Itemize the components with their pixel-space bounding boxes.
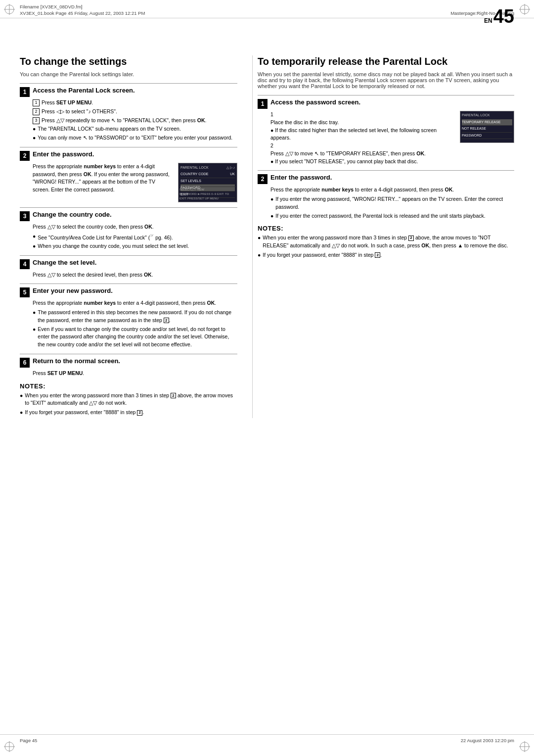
page-container: Filename [XV3EX_08DVD.fm] XV3EX_01.book … bbox=[0, 0, 534, 756]
left-section-subtitle: You can change the Parental lock setting… bbox=[20, 71, 237, 77]
right-step-1-header: 1 Access the password screen. bbox=[258, 98, 514, 109]
right-notes-block: NOTES: ● When you enter the wrong passwo… bbox=[258, 225, 514, 259]
step-1-header: 1 Access the Parental Lock screen. bbox=[20, 87, 237, 97]
right-step-2-number: 2 bbox=[258, 174, 267, 184]
step-1-block: 1 Access the Parental Lock screen. 1 Pre… bbox=[20, 83, 237, 142]
header-left: Filename [XV3EX_08DVD.fm] XV3EX_01.book … bbox=[20, 4, 145, 16]
step-1-title: Access the Parental Lock screen. bbox=[33, 87, 135, 94]
right-step-1-block: 1 Access the password screen. 1 Place th… bbox=[258, 95, 514, 165]
step-1-bullet-2: ● You can only move ↖ to "PASSWORD" or t… bbox=[33, 134, 237, 142]
step-3-number: 3 bbox=[20, 211, 30, 221]
step-2-block: 2 Enter the password. Press the appropri… bbox=[20, 147, 237, 202]
reg-mark-tl bbox=[4, 4, 15, 15]
step-6-title: Return to the normal screen. bbox=[33, 357, 120, 365]
step-2-text: Press the appropriate number keys to ent… bbox=[33, 163, 173, 202]
left-note-1: ● When you enter the wrong password more… bbox=[20, 392, 237, 408]
step-1-bullet-1: ● The "PARENTAL LOCK" sub-menu appears o… bbox=[33, 125, 237, 133]
right-note-1: ● When you enter the wrong password more… bbox=[258, 234, 514, 250]
right-notes-content: ● When you enter the wrong password more… bbox=[258, 234, 514, 259]
right-step-2-block: 2 Enter the password. Press the appropri… bbox=[258, 170, 514, 220]
right-step-2-bullet-1: ● If you enter the wrong password, "WRON… bbox=[270, 195, 514, 211]
left-column: To change the settings You can change th… bbox=[20, 55, 237, 418]
book-info-label: XV3EX_01.book Page 45 Friday, August 22,… bbox=[20, 10, 145, 16]
right-section-title: To temporarily release the Parental Lock bbox=[258, 55, 514, 67]
step-2-content: Press the appropriate number keys to ent… bbox=[20, 163, 237, 202]
left-notes-content: ● When you enter the wrong password more… bbox=[20, 392, 237, 417]
page-number: 45 bbox=[493, 7, 514, 26]
step-5-header: 5 Enter your new password. bbox=[20, 287, 237, 297]
step-4-number: 4 bbox=[20, 259, 30, 269]
right-step-1-content: 1 Place the disc in the disc tray. ● If … bbox=[258, 111, 514, 165]
step-2-image: PARENTAL LOCK △ ▷ ♪ COUNTRY CODEUK SET L… bbox=[178, 163, 237, 202]
right-step-1-text: 1 Place the disc in the disc tray. ● If … bbox=[270, 111, 455, 165]
step-3-block: 3 Change the country code. Press △▽ to s… bbox=[20, 207, 237, 250]
step-6-content: Press SET UP MENU. bbox=[20, 370, 237, 378]
step-4-content: Press △▽ to select the desired level, th… bbox=[20, 271, 237, 279]
right-note-2: ● If you forget your password, enter "88… bbox=[258, 251, 514, 259]
reg-mark-tr bbox=[519, 4, 530, 15]
right-section-intro: When you set the parental level strictly… bbox=[258, 71, 514, 89]
step-2-number: 2 bbox=[20, 151, 30, 161]
right-step-2-bullet-2: ● If you enter the correct password, the… bbox=[270, 212, 514, 220]
right-step-1-title: Access the password screen. bbox=[270, 98, 360, 106]
step-5-bullet-2: ● Even if you want to change only the co… bbox=[33, 326, 237, 349]
step-4-title: Change the set level. bbox=[33, 259, 96, 266]
step-4-block: 4 Change the set level. Press △▽ to sele… bbox=[20, 255, 237, 279]
step-3-bullet-1: ● See "Country/Area Code List for Parent… bbox=[33, 233, 237, 241]
right-step-2-header: 2 Enter the password. bbox=[258, 174, 514, 184]
footer-page-label: Page 45 bbox=[20, 738, 37, 743]
step-2-header: 2 Enter the password. bbox=[20, 150, 237, 161]
page-en-label: EN bbox=[484, 17, 492, 24]
footer-bar: Page 45 22 August 2003 12:20 pm bbox=[0, 734, 534, 746]
left-section-title: To change the settings bbox=[20, 55, 237, 67]
content-area: To change the settings You can change th… bbox=[0, 50, 534, 448]
step-5-content: Press the appropriate number keys to ent… bbox=[20, 299, 237, 349]
step-1-content: 1 Press SET UP MENU. 2 Press ◁▷ to selec… bbox=[20, 99, 237, 142]
step-5-title: Enter your new password. bbox=[33, 287, 113, 294]
step-5-bullet-1: ● The password entered in this step beco… bbox=[33, 309, 237, 325]
right-step-2-title: Enter the password. bbox=[270, 174, 332, 181]
screen-right-image: PARENTAL LOCK TEMPORARY RELEASE NOT RELE… bbox=[460, 111, 514, 143]
right-step-2-content: Press the appropriate number keys to ent… bbox=[258, 186, 514, 220]
step-5-block: 5 Enter your new password. Press the app… bbox=[20, 284, 237, 349]
step-4-header: 4 Change the set level. bbox=[20, 259, 237, 269]
right-column: To temporarily release the Parental Lock… bbox=[252, 55, 514, 418]
step-6-header: 6 Return to the normal screen. bbox=[20, 357, 237, 368]
step-3-bullet-2: ● When you change the country code, you … bbox=[33, 242, 237, 250]
header-bar: Filename [XV3EX_08DVD.fm] XV3EX_01.book … bbox=[0, 0, 534, 18]
left-note-2: ● If you forget your password, enter "88… bbox=[20, 409, 237, 417]
step-3-content: Press △▽ to select the country code, the… bbox=[20, 223, 237, 250]
right-notes-title: NOTES: bbox=[258, 225, 514, 232]
step-5-number: 5 bbox=[20, 287, 30, 297]
step-1-sub-3: 3 Press △▽ repeatedly to move ↖ to "PARE… bbox=[33, 117, 237, 125]
step-1-sub-2: 2 Press ◁▷ to select "♪ OTHERS". bbox=[33, 108, 237, 116]
step-3-header: 3 Change the country code. bbox=[20, 211, 237, 221]
step-3-title: Change the country code. bbox=[33, 211, 112, 218]
page-number-block: EN 45 bbox=[484, 7, 514, 26]
step-6-block: 6 Return to the normal screen. Press SET… bbox=[20, 354, 237, 378]
filename-label: Filename [XV3EX_08DVD.fm] bbox=[20, 4, 145, 9]
step-6-number: 6 bbox=[20, 358, 30, 368]
right-step-1-image: PARENTAL LOCK TEMPORARY RELEASE NOT RELE… bbox=[460, 111, 514, 165]
left-notes-title: NOTES: bbox=[20, 382, 237, 390]
right-step-1-number: 1 bbox=[258, 99, 267, 109]
step-1-number: 1 bbox=[20, 87, 30, 97]
step-2-title: Enter the password. bbox=[33, 150, 94, 158]
screen-left-image: PARENTAL LOCK △ ▷ ♪ COUNTRY CODEUK SET L… bbox=[178, 163, 237, 202]
step-1-sub-1: 1 Press SET UP MENU. bbox=[33, 99, 237, 107]
left-notes-block: NOTES: ● When you enter the wrong passwo… bbox=[20, 382, 237, 417]
footer-date-label: 22 August 2003 12:20 pm bbox=[461, 738, 514, 743]
